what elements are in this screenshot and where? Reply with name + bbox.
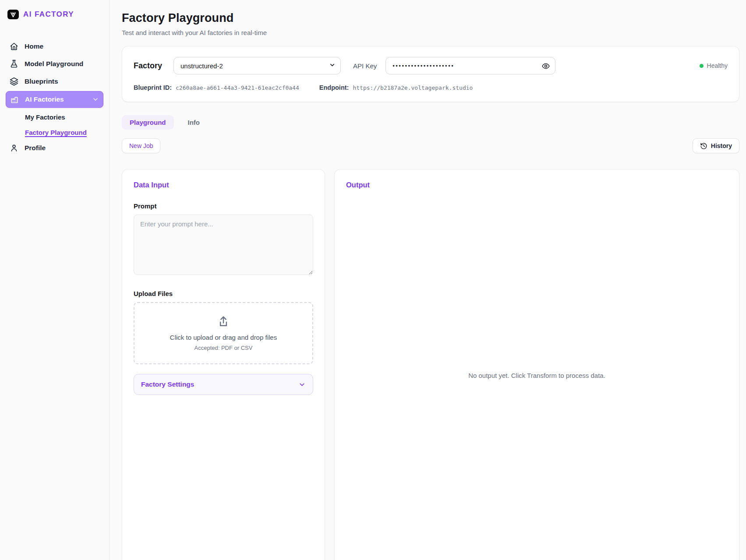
output-title: Output: [346, 181, 728, 189]
status-dot-icon: [700, 64, 704, 68]
factory-settings-label: Factory Settings: [141, 380, 194, 388]
factory-config-card: Factory unstructured-2 API Key: [122, 46, 739, 102]
history-clock-icon: [700, 142, 707, 150]
page-title: Factory Playground: [122, 11, 739, 25]
tab-bar: Playground Info: [122, 115, 739, 130]
api-key-label: API Key: [353, 62, 377, 70]
tab-playground[interactable]: Playground: [122, 115, 174, 130]
sidebar-item-blueprints[interactable]: Blueprints: [6, 74, 103, 89]
layers-icon: [10, 77, 18, 86]
sidebar-item-my-factories[interactable]: My Factories: [6, 109, 103, 125]
main-content: Factory Playground Test and interact wit…: [110, 0, 746, 560]
factory-label: Factory: [134, 61, 162, 70]
sidebar-item-profile[interactable]: Profile: [6, 140, 103, 156]
chevron-down-icon: [298, 381, 306, 388]
prompt-textarea[interactable]: [134, 215, 313, 275]
job-toolbar: New Job History: [122, 138, 739, 153]
dropzone-text: Click to upload or drag and drop files: [170, 334, 277, 341]
page-subtitle: Test and interact with your AI factories…: [122, 29, 739, 36]
sidebar-item-factory-playground[interactable]: Factory Playground: [6, 125, 103, 140]
voltage-v-logo-icon: [7, 10, 19, 19]
new-job-button-label: New Job: [129, 142, 153, 149]
sidebar-nav: Home Model Playground Blueprints: [6, 39, 103, 156]
prompt-label: Prompt: [134, 202, 313, 210]
sidebar-item-model-playground[interactable]: Model Playground: [6, 56, 103, 72]
output-empty-message: No output yet. Click Transform to proces…: [335, 372, 739, 379]
brand-name: AI FACTORY: [23, 10, 74, 19]
blueprint-id-label: Blueprint ID:: [134, 84, 172, 91]
file-dropzone[interactable]: Click to upload or drag and drop files A…: [134, 302, 313, 364]
sidebar: AI FACTORY Home Model Playground: [0, 0, 110, 560]
sidebar-item-label: Home: [25, 42, 43, 50]
upload-files-label: Upload Files: [134, 290, 313, 297]
dropzone-hint: Accepted: PDF or CSV: [194, 345, 253, 351]
sidebar-item-label: AI Factories: [25, 95, 64, 103]
endpoint-value: https://b2187a2e.voltagepark.studio: [353, 85, 473, 91]
tab-info[interactable]: Info: [180, 115, 208, 130]
factory-settings-toggle[interactable]: Factory Settings: [134, 374, 313, 395]
sidebar-item-label: Model Playground: [25, 60, 83, 68]
sidebar-item-home[interactable]: Home: [6, 39, 103, 54]
brand-logo[interactable]: AI FACTORY: [6, 10, 103, 19]
history-button-label: History: [711, 142, 732, 149]
factory-select[interactable]: unstructured-2: [173, 57, 341, 74]
user-icon: [10, 144, 18, 152]
data-input-title: Data Input: [134, 181, 313, 189]
sidebar-item-label: Profile: [25, 144, 46, 152]
upload-icon: [217, 315, 230, 328]
flask-icon: [10, 60, 18, 68]
history-button[interactable]: History: [693, 138, 739, 153]
toggle-api-key-visibility-button[interactable]: [541, 61, 551, 71]
health-status: Healthy: [700, 62, 728, 69]
sidebar-item-ai-factories[interactable]: AI Factories: [6, 91, 103, 108]
chevron-down-icon: [92, 96, 99, 103]
new-job-button[interactable]: New Job: [122, 138, 160, 153]
sidebar-item-label: Blueprints: [25, 77, 58, 85]
output-panel: Output No output yet. Click Transform to…: [334, 169, 739, 560]
status-text: Healthy: [707, 62, 728, 69]
api-key-input[interactable]: [385, 57, 555, 74]
data-input-panel: Data Input Prompt Upload Files Click to …: [122, 169, 325, 560]
home-icon: [10, 42, 18, 51]
endpoint-label: Endpoint:: [319, 84, 349, 91]
playground-panels: Data Input Prompt Upload Files Click to …: [122, 169, 739, 560]
eye-icon: [541, 62, 550, 70]
blueprint-id-value: c260a8ae-a661-44a3-9421-61eac2cf0a44: [176, 85, 299, 91]
factory-icon: [10, 95, 19, 104]
